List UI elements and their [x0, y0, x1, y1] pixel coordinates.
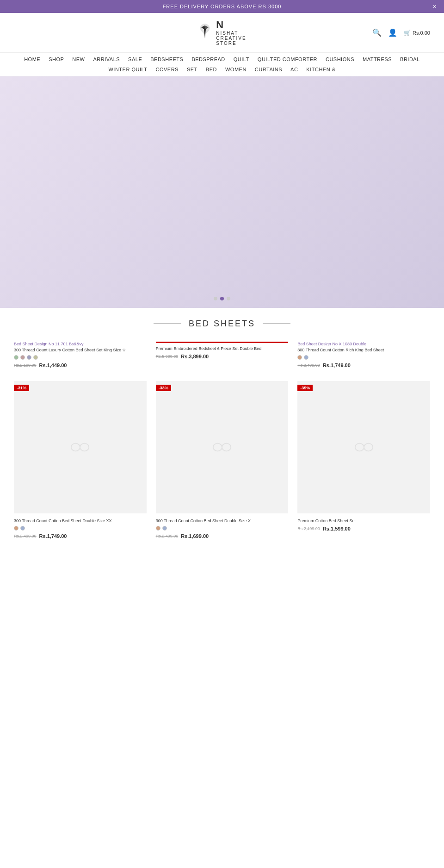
- price-sale: Rs.1,699.00: [181, 533, 209, 539]
- product-prices: Rs.2,199.00 Rs.1,449.00: [14, 362, 147, 368]
- product-label: Bed Sheet Design No X 1089 Double: [297, 342, 430, 346]
- hero-slider: [0, 76, 444, 308]
- product-grid: Bed Sheet Design No 11 701 Bs&&vy 300 Th…: [0, 336, 444, 546]
- nav-set[interactable]: SET: [187, 66, 197, 73]
- color-swatch[interactable]: [14, 355, 18, 360]
- color-swatch[interactable]: [33, 355, 38, 360]
- header: N NISHATCREATIVESTORE 🔍 👤 🛒 Rs.0.00: [0, 13, 444, 53]
- price-original: Rs.2,199.00: [14, 363, 37, 368]
- price-original: Rs.2,499.00: [156, 534, 179, 538]
- slider-dot-3[interactable]: [227, 297, 230, 300]
- nav-women[interactable]: WOMEN: [225, 66, 247, 73]
- price-original: Rs.2,499.00: [14, 534, 37, 538]
- color-swatch[interactable]: [20, 355, 25, 360]
- slider-dot-1[interactable]: [214, 297, 217, 300]
- product-card[interactable]: -31% 300 Thread Count Cotton Bed Sheet D…: [9, 375, 151, 546]
- product-image-placeholder: [69, 442, 91, 453]
- price-sale: Rs.1,749.00: [323, 362, 351, 368]
- price-sale: Rs.1,449.00: [39, 362, 67, 368]
- color-swatch[interactable]: [156, 526, 160, 531]
- price-original: Rs.2,499.00: [297, 526, 320, 531]
- nav-bedsheets[interactable]: BEDSHEETS: [150, 56, 183, 63]
- nav-ac[interactable]: AC: [290, 66, 298, 73]
- logo[interactable]: N NISHATCREATIVESTORE: [197, 19, 246, 46]
- color-swatch[interactable]: [20, 526, 25, 531]
- product-title: 300 Thread Count Cotton Bed Sheet Double…: [14, 518, 147, 524]
- search-icon[interactable]: 🔍: [372, 28, 382, 37]
- section-title-wrap: BED SHEETS: [0, 308, 444, 336]
- product-prices: Rs.5,999.00 Rs.3,899.00: [156, 354, 289, 359]
- nav-arrivals[interactable]: ARRIVALS: [93, 56, 120, 63]
- logo-letter: N: [216, 19, 246, 31]
- product-image-placeholder: [353, 442, 375, 453]
- product-label: Bed Sheet Design No 11 701 Bs&&vy: [14, 342, 147, 346]
- nav-bridal[interactable]: BRIDAL: [400, 56, 420, 63]
- navigation: HOME SHOP NEW ARRIVALS SALE BEDSHEETS BE…: [0, 53, 444, 76]
- nav-bed[interactable]: BED: [206, 66, 217, 73]
- nav-sale[interactable]: SALE: [128, 56, 142, 63]
- announcement-text: FREE DELIVERY ORDERS ABOVE RS 3000: [163, 4, 282, 9]
- product-title: Premium Cotton Bed Sheet Set: [297, 518, 430, 524]
- product-card[interactable]: Premium Embroidered Bedsheet 6 Piece Set…: [151, 336, 293, 375]
- nav-home[interactable]: HOME: [24, 56, 40, 63]
- cart-icon: 🛒: [404, 30, 411, 36]
- nav-curtains[interactable]: CURTAINS: [255, 66, 282, 73]
- product-colors: [14, 526, 147, 531]
- nav-shop[interactable]: SHOP: [49, 56, 64, 63]
- product-image: -31%: [14, 381, 147, 514]
- product-colors: [14, 355, 147, 360]
- section-title-line-left: [154, 324, 181, 324]
- product-title: 300 Thread Count Cotton Bed Sheet Double…: [156, 518, 289, 524]
- nav-winter-quilt[interactable]: WINTER QUILT: [108, 66, 147, 73]
- product-badge: -35%: [297, 385, 313, 391]
- product-title: Premium Embroidered Bedsheet 6 Piece Set…: [156, 346, 289, 352]
- announcement-bar: FREE DELIVERY ORDERS ABOVE RS 3000 ×: [0, 0, 444, 13]
- product-title: 300 Thread Count Luxury Cotton Bed Sheet…: [14, 347, 147, 353]
- color-swatch[interactable]: [304, 355, 308, 360]
- product-prices: Rs.2,499.00 Rs.1,749.00: [14, 533, 147, 539]
- price-sale: Rs.3,899.00: [181, 354, 209, 359]
- account-icon[interactable]: 👤: [388, 28, 397, 37]
- color-swatch[interactable]: [27, 355, 31, 360]
- cart-icon-wrap[interactable]: 🛒 Rs.0.00: [404, 30, 430, 36]
- color-swatch[interactable]: [162, 526, 167, 531]
- logo-text: N NISHATCREATIVESTORE: [216, 19, 246, 46]
- color-swatch[interactable]: [297, 355, 302, 360]
- slider-dots: [214, 297, 230, 300]
- product-card[interactable]: -35% Premium Cotton Bed Sheet Set Rs.2,4…: [293, 375, 435, 546]
- nav-mattress[interactable]: MATTRESS: [363, 56, 392, 63]
- nav-quilted-comforter[interactable]: QUILTED COMFORTER: [258, 56, 317, 63]
- nav-kitchen[interactable]: KITCHEN &: [306, 66, 335, 73]
- product-colors: [297, 355, 430, 360]
- product-title: 300 Thread Count Cotton Rich King Bed Sh…: [297, 347, 430, 353]
- product-image-placeholder: [211, 442, 233, 453]
- logo-bird-icon: [197, 23, 212, 43]
- color-swatch[interactable]: [14, 526, 18, 531]
- price-sale: Rs.1,749.00: [39, 533, 67, 539]
- product-card[interactable]: -33% 300 Thread Count Cotton Bed Sheet D…: [151, 375, 293, 546]
- product-colors: [156, 526, 289, 531]
- nav-covers[interactable]: COVERS: [155, 66, 178, 73]
- red-underline: [156, 342, 289, 343]
- section-title: BED SHEETS: [189, 319, 255, 329]
- nav-cushions[interactable]: CUSHIONS: [326, 56, 354, 63]
- cart-amount: Rs.0.00: [413, 30, 430, 36]
- announcement-close-button[interactable]: ×: [433, 3, 437, 10]
- nav-new[interactable]: NEW: [72, 56, 85, 63]
- slider-dot-2[interactable]: [220, 297, 224, 300]
- price-original: Rs.5,999.00: [156, 354, 179, 359]
- product-badge: -33%: [156, 385, 171, 391]
- price-sale: Rs.1,599.00: [323, 526, 351, 531]
- product-badge: -31%: [14, 385, 29, 391]
- product-card[interactable]: Bed Sheet Design No X 1089 Double 300 Th…: [293, 336, 435, 375]
- product-image: -35%: [297, 381, 430, 514]
- nav-bedspread[interactable]: BEDSPREAD: [191, 56, 225, 63]
- nav-quilt[interactable]: QUILT: [234, 56, 249, 63]
- header-icons: 🔍 👤 🛒 Rs.0.00: [372, 28, 430, 37]
- product-prices: Rs.2,499.00 Rs.1,749.00: [297, 362, 430, 368]
- price-original: Rs.2,499.00: [297, 363, 320, 368]
- product-prices: Rs.2,499.00 Rs.1,599.00: [297, 526, 430, 531]
- product-card[interactable]: Bed Sheet Design No 11 701 Bs&&vy 300 Th…: [9, 336, 151, 375]
- hero-slide-1: [0, 76, 444, 308]
- section-title-line-right: [263, 324, 290, 324]
